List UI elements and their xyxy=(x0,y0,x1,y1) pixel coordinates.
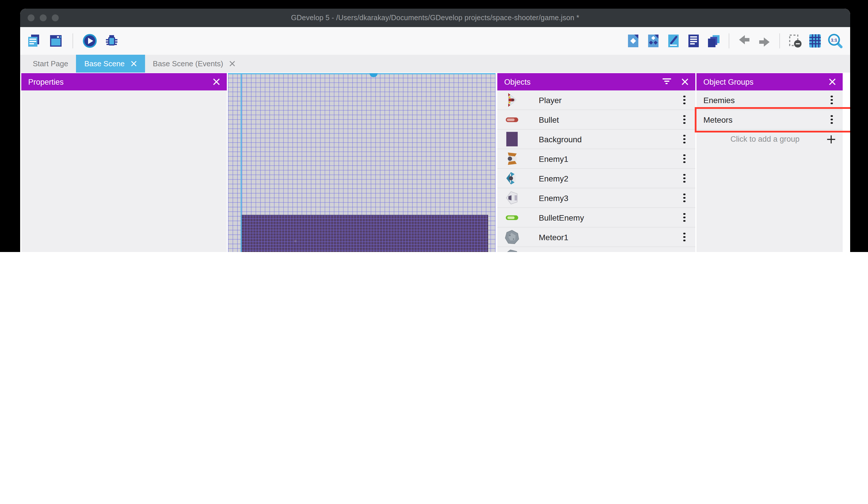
close-panel-icon[interactable] xyxy=(682,78,689,85)
object-list-item[interactable]: Player xyxy=(497,90,695,110)
kebab-menu-icon[interactable] xyxy=(679,193,690,202)
minimize-window-button[interactable] xyxy=(40,14,46,21)
object-name: Enemy3 xyxy=(539,193,679,202)
instances-list-icon[interactable] xyxy=(685,32,702,50)
add-group-row[interactable]: Click to add a group xyxy=(696,130,843,149)
object-list-item[interactable]: BulletEnemy xyxy=(497,208,695,228)
properties-panel: Properties Click on an instance in the s… xyxy=(21,73,227,252)
object-list-item[interactable]: Enemy2 xyxy=(497,169,695,188)
toolbar-divider xyxy=(73,33,73,48)
kebab-menu-icon[interactable] xyxy=(827,95,837,104)
window-title: GDevelop 5 - /Users/dkarakay/Documents/G… xyxy=(291,14,579,22)
objects-panel: Objects Player xyxy=(497,73,695,252)
layers-panel-icon[interactable] xyxy=(705,32,722,50)
toolbar: 1:1 xyxy=(20,27,850,55)
close-tab-icon[interactable] xyxy=(229,60,235,67)
panel-title: Objects xyxy=(504,78,531,86)
group-list-item[interactable]: Enemies xyxy=(696,90,843,110)
background-instance[interactable] xyxy=(241,215,488,252)
titlebar[interactable]: GDevelop 5 - /Users/dkarakay/Documents/G… xyxy=(20,9,850,27)
close-panel-icon[interactable] xyxy=(213,78,220,85)
debug-icon[interactable] xyxy=(103,32,120,50)
object-thumbnail xyxy=(504,92,520,108)
close-window-button[interactable] xyxy=(28,14,34,21)
object-name: Background xyxy=(539,134,679,144)
add-group-label: Click to add a group xyxy=(703,135,827,143)
object-list-item[interactable]: Meteor1 xyxy=(497,228,695,247)
panel-title: Properties xyxy=(28,78,64,86)
kebab-menu-icon[interactable] xyxy=(679,134,690,144)
scene-editor-icon[interactable] xyxy=(47,32,64,50)
editor-content: Properties Click on an instance in the s… xyxy=(20,73,850,252)
objects-panel-header: Objects xyxy=(497,73,695,90)
kebab-menu-icon[interactable] xyxy=(679,115,690,124)
group-list-item[interactable]: Meteors xyxy=(696,110,843,130)
object-name: Enemy1 xyxy=(539,154,679,163)
groups-list: Enemies Meteors xyxy=(696,90,843,130)
redo-icon[interactable] xyxy=(756,32,773,50)
object-name: Bullet xyxy=(539,115,679,124)
object-name: Enemy2 xyxy=(539,174,679,183)
toggle-instances-visibility-icon[interactable] xyxy=(786,32,804,50)
objects-panel-icon[interactable] xyxy=(624,32,642,50)
kebab-menu-icon[interactable] xyxy=(679,154,690,163)
close-panel-icon[interactable] xyxy=(829,78,836,85)
properties-panel-icon[interactable] xyxy=(665,32,682,50)
tab-label: Start Page xyxy=(33,59,68,68)
object-thumbnail xyxy=(504,112,520,127)
close-tab-icon[interactable] xyxy=(131,60,137,67)
object-thumbnail xyxy=(504,131,520,147)
object-groups-panel-icon[interactable] xyxy=(645,32,662,50)
toolbar-divider xyxy=(729,33,729,48)
zoom-window-button[interactable] xyxy=(52,14,59,21)
object-thumbnail xyxy=(504,249,520,252)
properties-panel-header: Properties xyxy=(21,73,227,90)
app-window: GDevelop 5 - /Users/dkarakay/Documents/G… xyxy=(20,9,850,252)
object-thumbnail xyxy=(504,171,520,186)
object-name: Meteor1 xyxy=(539,232,679,242)
object-thumbnail xyxy=(504,229,520,245)
object-list-item[interactable]: Meteor2 xyxy=(497,247,695,252)
object-thumbnail xyxy=(504,210,520,225)
object-name: BulletEnemy xyxy=(539,213,679,222)
zoom-one-to-one-icon[interactable]: 1:1 xyxy=(827,32,844,50)
selection-left-edge xyxy=(241,73,242,252)
panel-title: Object Groups xyxy=(703,78,753,86)
kebab-menu-icon[interactable] xyxy=(679,232,690,242)
object-thumbnail xyxy=(504,151,520,167)
scene-canvas[interactable]: 126;496 xyxy=(228,73,496,252)
svg-text:1:1: 1:1 xyxy=(831,38,837,42)
object-list-item[interactable]: Background xyxy=(497,130,695,149)
object-list-item[interactable]: Bullet xyxy=(497,110,695,130)
toolbar-right-group: 1:1 xyxy=(624,27,844,55)
editor-tab[interactable]: Base Scene (Events) xyxy=(145,55,243,73)
undo-icon[interactable] xyxy=(736,32,753,50)
object-list-item[interactable]: Enemy1 xyxy=(497,149,695,169)
selection-handle-top[interactable] xyxy=(370,73,378,77)
project-manager-icon[interactable] xyxy=(25,32,43,50)
kebab-menu-icon[interactable] xyxy=(679,174,690,183)
toolbar-divider xyxy=(779,33,780,48)
preview-play-icon[interactable] xyxy=(81,32,99,50)
tab-bar: Start Page Base Scene Base Scene (Events… xyxy=(20,55,850,73)
kebab-menu-icon[interactable] xyxy=(679,213,690,222)
group-name: Enemies xyxy=(703,95,827,104)
group-name: Meteors xyxy=(703,115,827,124)
object-groups-panel: Object Groups Enemies M xyxy=(696,73,843,252)
plus-icon[interactable] xyxy=(827,134,836,144)
object-name: Player xyxy=(539,95,679,104)
kebab-menu-icon[interactable] xyxy=(827,115,837,124)
grid-icon[interactable] xyxy=(806,32,824,50)
selection-top-edge xyxy=(228,73,496,74)
toolbar-left-group xyxy=(20,32,120,50)
screenshot-stage: GDevelop 5 - /Users/dkarakay/Documents/G… xyxy=(0,0,868,252)
objects-list: Player Bullet xyxy=(497,90,695,252)
editor-tab[interactable]: Base Scene xyxy=(76,55,145,73)
filter-icon[interactable] xyxy=(662,78,671,85)
editor-tab[interactable]: Start Page xyxy=(25,55,76,73)
object-list-item[interactable]: Enemy3 xyxy=(497,188,695,208)
tab-label: Base Scene (Events) xyxy=(153,59,223,68)
tab-label: Base Scene xyxy=(84,59,125,68)
kebab-menu-icon[interactable] xyxy=(679,95,690,104)
traffic-lights[interactable] xyxy=(28,14,59,21)
